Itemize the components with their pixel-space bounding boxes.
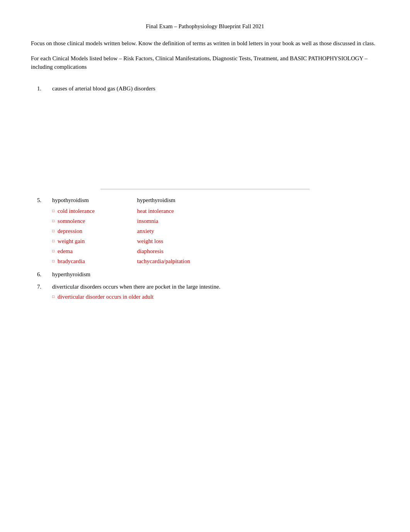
- item-6-text: hyperthyroidism: [52, 270, 379, 279]
- bullet-icon: □: [52, 228, 54, 234]
- item-1-text: causes of arterial blood gas (ABG) disor…: [52, 84, 379, 93]
- hypo-item-6-text: bradycardia: [58, 257, 85, 266]
- hypo-item-1: □ cold intolerance: [52, 206, 137, 216]
- item-7-text: diverticular disorders occurs when there…: [52, 284, 220, 290]
- item-5-content: hypothyroidism □ cold intolerance □ somn…: [52, 195, 379, 267]
- hyper-item-2: insomnia: [137, 216, 190, 226]
- hyperthyroidism-list: heat intolerance insomnia anxiety weight…: [137, 206, 190, 267]
- hyper-item-3: anxiety: [137, 226, 190, 236]
- bullet-icon: □: [52, 248, 54, 254]
- bullet-icon: □: [52, 218, 54, 224]
- intro-paragraph-1: Focus on those clinical models written b…: [31, 39, 379, 48]
- bullet-icon: □: [52, 208, 54, 214]
- item-5-number: 5.: [31, 195, 52, 267]
- item-7-content: diverticular disorders occurs when there…: [52, 282, 379, 301]
- bullet-icon: □: [52, 258, 54, 264]
- item-7-sublist: □ diverticular disorder occurs in older …: [52, 292, 379, 301]
- hypothyroidism-list: □ cold intolerance □ somnolence □ depres…: [52, 206, 137, 267]
- item-7-sub-1: □ diverticular disorder occurs in older …: [52, 292, 379, 301]
- hyper-item-4-text: weight loss: [137, 236, 163, 246]
- hyper-item-3-text: anxiety: [137, 226, 154, 236]
- page-container: Final Exam – Pathophysiology Blueprint F…: [31, 23, 379, 301]
- item-7-sub-1-text: diverticular disorder occurs in older ad…: [58, 292, 154, 301]
- hypo-item-3: □ depression: [52, 226, 137, 236]
- hyper-item-4: weight loss: [137, 236, 190, 246]
- hyper-item-5: diaphoresis: [137, 246, 190, 256]
- hypo-item-4-text: weight gain: [58, 236, 85, 246]
- hyper-item-6-text: tachycardia/palpitation: [137, 257, 190, 266]
- hypo-item-2-text: somnolence: [58, 216, 85, 226]
- section-divider: [100, 189, 309, 189]
- list-item-1: 1. causes of arterial blood gas (ABG) di…: [31, 84, 379, 93]
- bullet-icon: □: [52, 294, 54, 300]
- item-7-number: 7.: [31, 282, 52, 301]
- hypo-item-5: □ edema: [52, 246, 137, 256]
- intro-paragraph-2: For each Cinical Models listed below – R…: [31, 54, 379, 71]
- hyperthyroidism-header: hyperthyroidism: [137, 195, 190, 205]
- item-6-number: 6.: [31, 270, 52, 279]
- hyper-item-5-text: diaphoresis: [137, 246, 163, 256]
- hypo-item-4: □ weight gain: [52, 236, 137, 246]
- list-item-5: 5. hypothyroidism □ cold intolerance □: [31, 195, 379, 267]
- hypo-item-5-text: edema: [58, 246, 73, 256]
- list-item-6: 6. hyperthyroidism: [31, 270, 379, 279]
- hypo-item-2: □ somnolence: [52, 216, 137, 226]
- bullet-icon: □: [52, 238, 54, 244]
- hypo-item-3-text: depression: [58, 226, 82, 236]
- hypo-item-1-text: cold intolerance: [58, 206, 95, 216]
- hyper-item-6: tachycardia/palpitation: [137, 257, 190, 266]
- hypo-item-6: □ bradycardia: [52, 257, 137, 266]
- page-title: Final Exam – Pathophysiology Blueprint F…: [31, 23, 379, 30]
- item-1-number: 1.: [31, 84, 52, 93]
- hyper-item-1: heat intolerance: [137, 206, 190, 216]
- hypothyroidism-header: hypothyroidism: [52, 195, 137, 205]
- list-item-7: 7. diverticular disorders occurs when th…: [31, 282, 379, 301]
- hyper-item-2-text: insomnia: [137, 216, 158, 226]
- hyper-item-1-text: heat intolerance: [137, 206, 174, 216]
